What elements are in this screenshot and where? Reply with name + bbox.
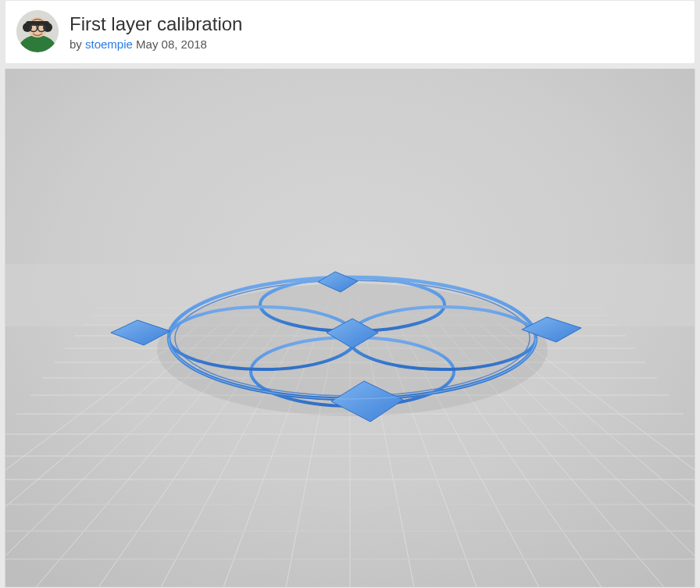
model-viewer[interactable]: [5, 69, 695, 587]
item-title: First layer calibration: [70, 12, 684, 36]
avatar-image: [16, 10, 59, 52]
publish-date: May 08, 2018: [136, 37, 207, 51]
author-link[interactable]: stoempie: [85, 37, 133, 51]
model-preview-canvas: [5, 69, 695, 587]
author-avatar[interactable]: [16, 10, 59, 52]
by-label: by: [70, 37, 82, 51]
item-byline: by stoempie May 08, 2018: [70, 37, 684, 51]
item-header: First layer calibration by stoempie May …: [5, 0, 695, 64]
